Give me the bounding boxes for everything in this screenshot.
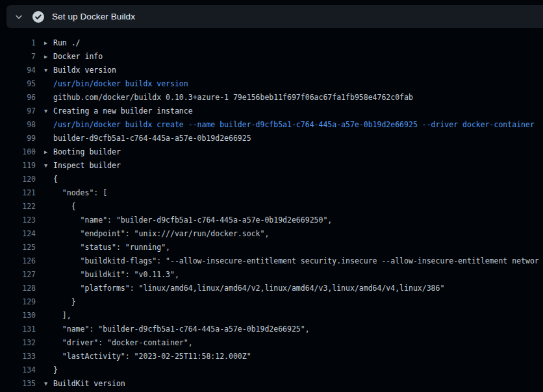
line-text: /usr/bin/docker buildx version <box>53 77 188 91</box>
line-number[interactable]: 125 <box>0 241 36 254</box>
log-container: 1 ▶ Run ./ 7 ▶ Docker info 94 ▼ Buildx v… <box>0 28 543 392</box>
log-line: 130 ], <box>0 309 543 323</box>
line-number[interactable]: 98 <box>0 118 36 132</box>
line-number[interactable]: 94 <box>0 64 36 77</box>
line-text: builder-d9cfb5a1-c764-445a-a57e-0b19d2e6… <box>53 132 251 145</box>
line-number[interactable]: 135 <box>0 377 36 391</box>
line-text: /usr/bin/docker buildx create --name bui… <box>53 118 535 132</box>
line-number[interactable]: 100 <box>0 145 36 159</box>
log-line: 126 "buildkitd-flags": "--allow-insecure… <box>0 254 543 268</box>
line-text: } <box>53 363 58 377</box>
log-line: 95 /usr/bin/docker buildx version <box>0 77 543 91</box>
group-arrow-icon: ▶ <box>44 36 53 50</box>
line-number[interactable]: 96 <box>0 91 36 104</box>
line-number[interactable]: 99 <box>0 132 36 145</box>
line-text: { <box>53 173 58 186</box>
actions-log-viewport: Set up Docker Buildx 1 ▶ Run ./ 7 ▶ Dock… <box>0 0 543 392</box>
log-line: 124 "endpoint": "unix:///var/run/docker.… <box>0 227 543 241</box>
line-number[interactable]: 134 <box>0 363 36 377</box>
log-line: 132 "driver": "docker-container", <box>0 336 543 350</box>
line-text: Creating a new builder instance <box>53 104 193 118</box>
group-arrow-icon: ▼ <box>44 104 53 118</box>
line-text: "status": "running", <box>53 241 170 254</box>
line-text: ], <box>53 309 71 323</box>
line-text: Buildx version <box>53 64 116 77</box>
log-line: 133 "lastActivity": "2023-02-25T11:58:12… <box>0 350 543 363</box>
group-arrow-icon: ▶ <box>44 50 53 64</box>
line-number[interactable]: 132 <box>0 336 36 350</box>
line-number[interactable]: 127 <box>0 268 36 282</box>
log-line: 121 "nodes": [ <box>0 186 543 200</box>
line-number[interactable]: 130 <box>0 309 36 323</box>
group-arrow-icon: ▼ <box>44 64 53 77</box>
log-group-expanded[interactable]: 119 ▼ Inspect builder <box>0 159 543 173</box>
line-text: "buildkitd-flags": "--allow-insecure-ent… <box>53 254 539 268</box>
log-line: 129 } <box>0 295 543 309</box>
log-line: 96 github.com/docker/buildx 0.10.3+azure… <box>0 91 543 104</box>
log-line: 131 "name": "builder-d9cfb5a1-c764-445a-… <box>0 323 543 336</box>
line-text: "platforms": "linux/amd64,linux/amd64/v2… <box>53 282 444 295</box>
log-group-collapsed[interactable]: 7 ▶ Docker info <box>0 50 543 64</box>
line-text: BuildKit version <box>53 377 125 391</box>
line-text: { <box>53 200 76 214</box>
log-group-expanded[interactable]: 94 ▼ Buildx version <box>0 64 543 77</box>
line-number[interactable]: 126 <box>0 254 36 268</box>
log-group-expanded[interactable]: 135 ▼ BuildKit version <box>0 377 543 391</box>
line-number[interactable]: 128 <box>0 282 36 295</box>
log-line: 125 "status": "running", <box>0 241 543 254</box>
line-text: Inspect builder <box>53 159 121 173</box>
line-text: Booting builder <box>53 145 121 159</box>
line-number[interactable]: 120 <box>0 173 36 186</box>
line-text: Run ./ <box>53 36 81 50</box>
line-number[interactable]: 131 <box>0 323 36 336</box>
line-number[interactable]: 123 <box>0 214 36 227</box>
line-text: } <box>53 295 76 309</box>
line-number[interactable]: 119 <box>0 159 36 173</box>
line-text: "endpoint": "unix:///var/run/docker.sock… <box>53 227 269 241</box>
line-text: "buildkit": "v0.11.3", <box>53 268 179 282</box>
line-number[interactable]: 133 <box>0 350 36 363</box>
line-number[interactable]: 97 <box>0 104 36 118</box>
log-line: 127 "buildkit": "v0.11.3", <box>0 268 543 282</box>
line-text: github.com/docker/buildx 0.10.3+azure-1 … <box>53 91 413 104</box>
log-line: 98 /usr/bin/docker buildx create --name … <box>0 118 543 132</box>
log-line: 122 { <box>0 200 543 214</box>
log-line: 128 "platforms": "linux/amd64,linux/amd6… <box>0 282 543 295</box>
group-arrow-icon: ▼ <box>44 377 53 391</box>
log-line: 120 { <box>0 173 543 186</box>
group-arrow-icon: ▶ <box>44 145 53 159</box>
line-text: "name": "builder-d9cfb5a1-c764-445a-a57e… <box>53 323 310 336</box>
step-title: Set up Docker Buildx <box>52 12 135 21</box>
line-text: "nodes": [ <box>53 186 107 200</box>
log-group-expanded[interactable]: 97 ▼ Creating a new builder instance <box>0 104 543 118</box>
group-arrow-icon: ▼ <box>44 159 53 173</box>
line-text: Docker info <box>53 50 103 64</box>
line-number[interactable]: 129 <box>0 295 36 309</box>
log-line: 134 } <box>0 363 543 377</box>
line-text: "name": "builder-d9cfb5a1-c764-445a-a57e… <box>53 214 332 227</box>
step-header[interactable]: Set up Docker Buildx <box>6 5 543 28</box>
log-line: 99 builder-d9cfb5a1-c764-445a-a57e-0b19d… <box>0 132 543 145</box>
log-group-collapsed[interactable]: 1 ▶ Run ./ <box>0 36 543 50</box>
log-group-collapsed[interactable]: 100 ▶ Booting builder <box>0 145 543 159</box>
line-text: "driver": "docker-container", <box>53 336 193 350</box>
chevron-down-icon <box>14 12 24 22</box>
line-number[interactable]: 1 <box>0 36 36 50</box>
line-number[interactable]: 124 <box>0 227 36 241</box>
line-number[interactable]: 7 <box>0 50 36 64</box>
check-circle-icon <box>32 11 44 23</box>
line-number[interactable]: 95 <box>0 77 36 91</box>
line-number[interactable]: 121 <box>0 186 36 200</box>
line-number[interactable]: 122 <box>0 200 36 214</box>
line-text: "lastActivity": "2023-02-25T11:58:12.000… <box>53 350 251 363</box>
log-line: 123 "name": "builder-d9cfb5a1-c764-445a-… <box>0 214 543 227</box>
